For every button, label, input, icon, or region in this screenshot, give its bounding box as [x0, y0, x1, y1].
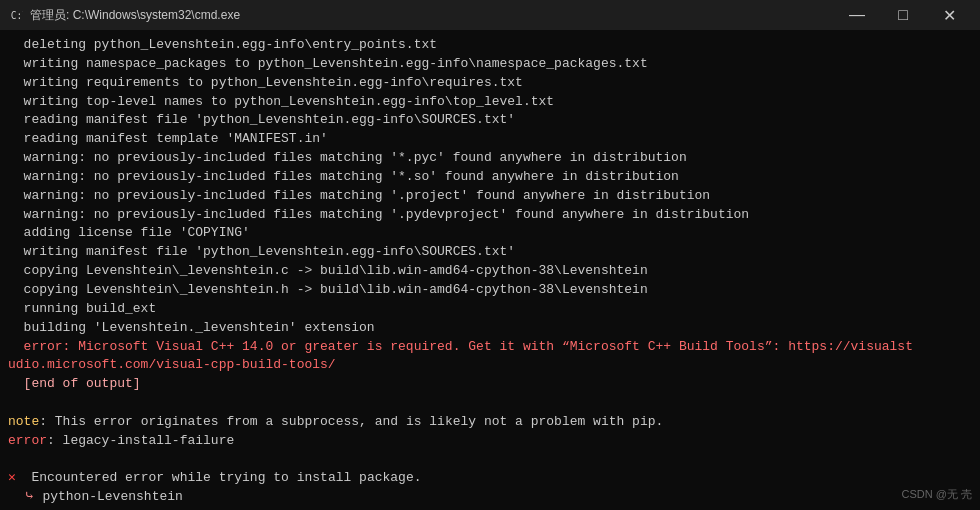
- terminal-output: deleting python_Levenshtein.egg-info\ent…: [0, 30, 980, 510]
- line-18: udio.microsoft.com/visual-cpp-build-tool…: [8, 356, 972, 375]
- line-7: warning: no previously-included files ma…: [8, 149, 972, 168]
- line-encountered: ✕ Encountered error while trying to inst…: [8, 469, 972, 488]
- cmd-window: C:\ 管理员: C:\Windows\system32\cmd.exe — □…: [0, 0, 980, 510]
- window-title: 管理员: C:\Windows\system32\cmd.exe: [30, 7, 834, 24]
- line-error-legacy: error: legacy-install-failure: [8, 432, 972, 451]
- window-controls: — □ ✕: [834, 0, 972, 30]
- line-1: deleting python_Levenshtein.egg-info\ent…: [8, 36, 972, 55]
- svg-text:C:\: C:\: [11, 10, 23, 21]
- line-blank1: [8, 394, 972, 413]
- watermark: CSDN @无 壳: [902, 487, 972, 502]
- title-bar: C:\ 管理员: C:\Windows\system32\cmd.exe — □…: [0, 0, 980, 30]
- line-end-output: [end of output]: [8, 375, 972, 394]
- line-10: warning: no previously-included files ma…: [8, 206, 972, 225]
- line-5: reading manifest file 'python_Levenshtei…: [8, 111, 972, 130]
- line-4: writing top-level names to python_Levens…: [8, 93, 972, 112]
- line-11: adding license file 'COPYING': [8, 224, 972, 243]
- line-16: building 'Levenshtein._levenshtein' exte…: [8, 319, 972, 338]
- close-button[interactable]: ✕: [926, 0, 972, 30]
- line-15: running build_ext: [8, 300, 972, 319]
- cmd-icon: C:\: [8, 7, 24, 23]
- line-note: note: This error originates from a subpr…: [8, 413, 972, 432]
- line-package: ⤷ python-Levenshtein: [8, 488, 972, 507]
- line-17: error: Microsoft Visual C++ 14.0 or grea…: [8, 338, 972, 357]
- minimize-button[interactable]: —: [834, 0, 880, 30]
- line-14: copying Levenshtein\_levenshtein.h -> bu…: [8, 281, 972, 300]
- line-6: reading manifest template 'MANIFEST.in': [8, 130, 972, 149]
- maximize-button[interactable]: □: [880, 0, 926, 30]
- line-13: copying Levenshtein\_levenshtein.c -> bu…: [8, 262, 972, 281]
- line-12: writing manifest file 'python_Levenshtei…: [8, 243, 972, 262]
- line-9: warning: no previously-included files ma…: [8, 187, 972, 206]
- line-3: writing requirements to python_Levenshte…: [8, 74, 972, 93]
- line-2: writing namespace_packages to python_Lev…: [8, 55, 972, 74]
- line-blank2: [8, 451, 972, 470]
- line-8: warning: no previously-included files ma…: [8, 168, 972, 187]
